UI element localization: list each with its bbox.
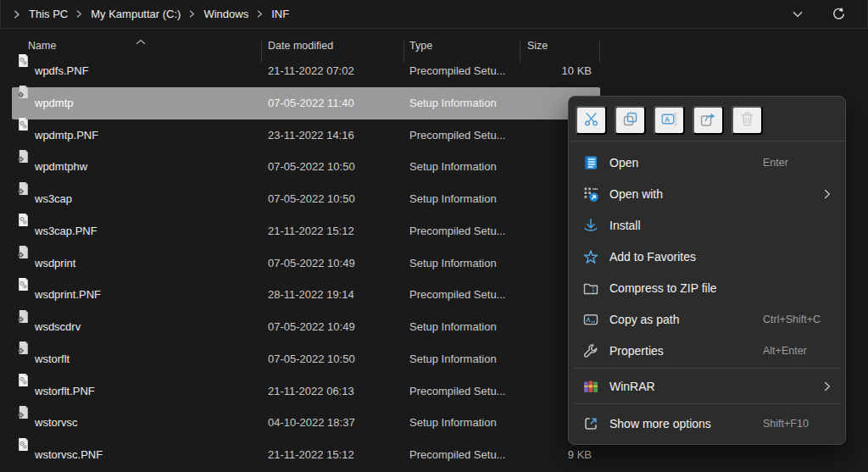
scissors-icon: [582, 110, 600, 130]
file-name: wstorflt: [35, 343, 70, 375]
menu-item-label: Show more options: [609, 417, 711, 430]
file-date-modified: 07-05-2022 10:49: [268, 247, 355, 280]
file-type: Setup Information: [409, 407, 497, 439]
pnf-file-icon: [16, 208, 31, 222]
breadcrumb-item-windows[interactable]: Windows: [201, 6, 251, 22]
file-name: wstorvsc: [35, 407, 78, 439]
table-row[interactable]: wstorflt.PNF21-11-2022 06:13Precompiled …: [12, 375, 600, 408]
star-icon: [582, 248, 599, 265]
table-row[interactable]: wstorflt07-05-2022 10:50Setup Informatio…: [12, 343, 600, 375]
pnf-file-icon: [16, 368, 31, 382]
address-dropdown-button[interactable]: [787, 4, 808, 25]
menu-item-shortcut: Enter: [763, 157, 788, 169]
copy-button[interactable]: [615, 106, 646, 135]
menu-divider: [573, 368, 841, 369]
file-date-modified: 07-05-2022 10:50: [268, 183, 355, 215]
menu-item-add-favorites[interactable]: Add to Favorites: [573, 241, 841, 272]
svg-text:A: A: [665, 115, 670, 124]
breadcrumb-item-this-pc[interactable]: This PC: [26, 6, 70, 22]
column-header-size[interactable]: Size: [527, 40, 548, 52]
file-date-modified: 21-11-2022 15:12: [268, 215, 354, 247]
crumb-sep-icon: [183, 10, 201, 18]
column-header-type[interactable]: Type: [409, 40, 432, 52]
table-row[interactable]: wpdfs.PNF21-11-2022 07:02Precompiled Set…: [12, 55, 600, 87]
table-row[interactable]: wpdmtphw07-05-2022 10:50Setup Informatio…: [12, 151, 600, 183]
cut-button[interactable]: [576, 106, 607, 135]
file-type: Precompiled Setu...: [409, 215, 505, 247]
file-date-modified: 21-11-2022 07:02: [268, 55, 354, 87]
file-date-modified: 07-05-2022 10:50: [268, 151, 355, 183]
table-row[interactable]: wsdprint.PNF28-11-2022 19:14Precompiled …: [12, 279, 600, 311]
table-row[interactable]: wstorvsc.PNF21-11-2022 15:12Precompiled …: [12, 439, 600, 471]
menu-item-install[interactable]: Install: [573, 209, 841, 241]
menu-item-compress-zip[interactable]: Compress to ZIP file: [573, 272, 841, 303]
menu-item-winrar[interactable]: WinRAR: [573, 370, 841, 402]
table-row[interactable]: wpdmtp07-05-2022 11:40Setup Information3…: [12, 87, 600, 119]
file-date-modified: 21-11-2022 06:13: [268, 375, 354, 408]
rename-button[interactable]: A: [654, 106, 685, 135]
copy-icon: [621, 110, 639, 130]
file-type: Precompiled Setu...: [409, 375, 505, 408]
file-explorer-window: This PCMy Kamputtar (C:)WindowsINF Name …: [0, 0, 868, 472]
file-date-modified: 07-05-2022 11:40: [268, 87, 354, 119]
table-row[interactable]: wsdprint07-05-2022 10:49Setup Informatio…: [12, 247, 600, 280]
share-button[interactable]: [693, 106, 724, 135]
inf-file-icon: [16, 80, 31, 94]
file-type: Precompiled Setu...: [409, 279, 505, 311]
menu-item-label: Copy as path: [609, 313, 680, 326]
pnf-file-icon: [16, 272, 31, 286]
column-header-name[interactable]: Name: [28, 40, 56, 52]
menu-item-open-with[interactable]: Open with: [573, 178, 841, 209]
address-bar: This PCMy Kamputtar (C:)WindowsINF: [0, 0, 868, 29]
file-date-modified: 07-05-2022 10:50: [268, 343, 355, 375]
breadcrumb-item-my-kamputtar-c[interactable]: My Kamputtar (C:): [88, 6, 183, 22]
open-with-icon: [582, 186, 599, 203]
wrench-icon: [582, 342, 599, 359]
menu-item-label: Compress to ZIP file: [609, 281, 717, 295]
table-row[interactable]: wpdmtp.PNF23-11-2022 14:16Precompiled Se…: [12, 119, 600, 152]
pnf-file-icon: [16, 112, 31, 126]
inf-file-icon: [16, 336, 31, 350]
menu-item-label: WinRAR: [609, 380, 655, 393]
menu-item-open[interactable]: OpenEnter: [573, 147, 841, 178]
file-date-modified: 23-11-2022 14:16: [268, 119, 354, 152]
table-row[interactable]: wstorvsc04-10-2022 18:37Setup Informatio…: [12, 407, 600, 439]
show-more-icon: [582, 415, 599, 432]
menu-item-properties[interactable]: PropertiesAlt+Enter: [573, 335, 841, 366]
zip-folder-icon: [582, 280, 599, 297]
table-row[interactable]: ws3cap.PNF21-11-2022 15:12Precompiled Se…: [12, 215, 600, 247]
file-date-modified: 21-11-2022 15:12: [268, 439, 354, 471]
file-date-modified: 28-11-2022 19:14: [268, 279, 354, 311]
quick-actions-bar: A: [569, 102, 845, 139]
table-row[interactable]: ws3cap07-05-2022 10:50Setup Information: [12, 183, 600, 215]
share-icon: [699, 110, 717, 130]
context-menu: A OpenEnterOpen withInstallAdd to Favori…: [568, 96, 846, 445]
table-row[interactable]: wsdscdrv07-05-2022 10:49Setup Informatio…: [12, 311, 600, 343]
breadcrumb: This PCMy Kamputtar (C:)WindowsINF: [26, 6, 292, 22]
inf-file-icon: [16, 240, 31, 254]
menu-item-label: Open with: [609, 187, 663, 201]
inf-file-icon: [16, 304, 31, 319]
menu-item-shortcut: Ctrl+Shift+C: [763, 314, 821, 325]
menu-item-shortcut: Alt+Enter: [763, 345, 807, 357]
file-name: ws3cap.PNF: [35, 215, 97, 247]
trash-icon: [738, 110, 756, 130]
menu-divider: [573, 403, 841, 404]
breadcrumb-item-inf[interactable]: INF: [269, 6, 292, 22]
menu-item-label: Add to Favorites: [609, 250, 696, 264]
column-header-date-modified[interactable]: Date modified: [268, 40, 333, 52]
menu-divider: [569, 141, 845, 142]
file-name: wpdmtphw: [35, 151, 87, 183]
file-list: wpdfs.PNF21-11-2022 07:02Precompiled Set…: [12, 55, 600, 471]
rename-icon: A: [660, 110, 678, 130]
menu-item-copy-as-path[interactable]: Copy as pathCtrl+Shift+C: [573, 303, 841, 335]
submenu-chevron-icon: [824, 189, 831, 199]
breadcrumb-root-chevron-icon[interactable]: [8, 10, 26, 19]
menu-item-show-more[interactable]: Show more optionsShift+F10: [573, 408, 841, 439]
refresh-button[interactable]: [828, 4, 849, 25]
delete-button[interactable]: [732, 106, 763, 135]
inf-file-icon: [16, 144, 31, 158]
file-name: wstorflt.PNF: [35, 375, 95, 408]
menu-item-label: Open: [609, 156, 638, 169]
context-menu-items: OpenEnterOpen withInstallAdd to Favorite…: [569, 143, 845, 439]
